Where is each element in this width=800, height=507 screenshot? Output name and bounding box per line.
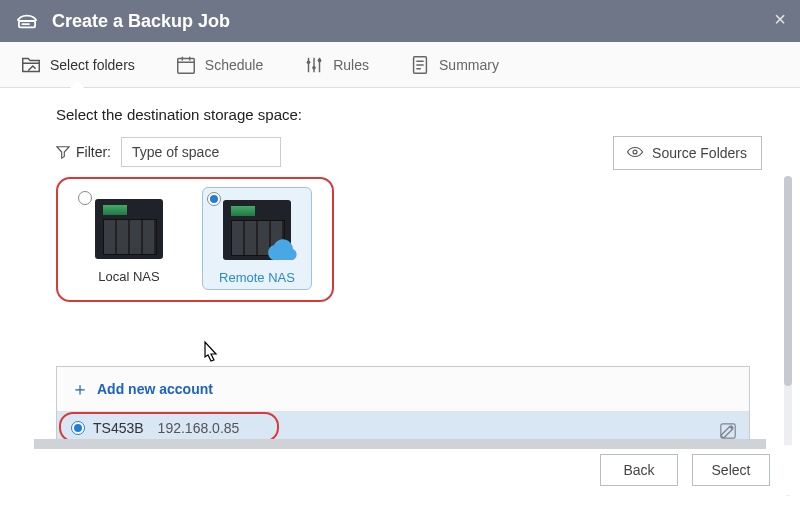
tab-rules[interactable]: Rules <box>297 42 375 87</box>
nas-device-icon <box>95 199 163 259</box>
select-folders-icon <box>20 54 42 76</box>
filter-type-select[interactable]: Type of space <box>121 137 281 167</box>
tab-select-folders[interactable]: Select folders <box>14 42 141 87</box>
section-title: Select the destination storage space: <box>56 106 772 123</box>
tab-label: Rules <box>333 57 369 73</box>
space-option-remote-nas[interactable]: Remote NAS <box>202 187 312 290</box>
back-button[interactable]: Back <box>600 454 678 486</box>
tab-label: Select folders <box>50 57 135 73</box>
svg-rect-1 <box>22 23 30 25</box>
backup-app-icon <box>16 12 38 30</box>
tab-summary[interactable]: Summary <box>403 42 505 87</box>
space-option-local-nas[interactable]: Local NAS <box>74 187 184 290</box>
account-panel: ＋ Add new account TS453B 192.168.0.85 <box>56 366 750 445</box>
tab-label: Summary <box>439 57 499 73</box>
svg-point-5 <box>318 58 322 62</box>
pointer-cursor-icon <box>197 340 221 368</box>
wizard-footer: Back Select <box>0 445 800 495</box>
plus-icon: ＋ <box>71 377 89 401</box>
titlebar: Create a Backup Job × <box>0 0 800 42</box>
close-icon[interactable]: × <box>774 8 786 31</box>
tab-schedule[interactable]: Schedule <box>169 42 269 87</box>
source-folders-button[interactable]: Source Folders <box>613 136 762 170</box>
destination-space-options: Local NAS Remote NAS <box>56 177 334 302</box>
account-name: TS453B <box>93 420 144 436</box>
cloud-icon <box>261 238 301 266</box>
svg-point-4 <box>312 65 316 69</box>
add-new-account-button[interactable]: ＋ Add new account <box>57 367 749 412</box>
filter-label: Filter: <box>56 144 111 160</box>
eye-icon <box>626 143 644 164</box>
space-label: Remote NAS <box>219 270 295 285</box>
radio-checked-icon <box>207 192 221 206</box>
svg-rect-8 <box>721 424 735 438</box>
nas-device-icon <box>223 200 291 260</box>
window-title: Create a Backup Job <box>52 11 230 32</box>
tab-label: Schedule <box>205 57 263 73</box>
space-label: Local NAS <box>98 269 159 284</box>
sliders-icon <box>303 54 325 76</box>
document-icon <box>409 54 431 76</box>
radio-unchecked-icon <box>78 191 92 205</box>
add-account-label: Add new account <box>97 381 213 397</box>
filter-select-value: Type of space <box>132 144 219 160</box>
account-ip: 192.168.0.85 <box>158 420 240 436</box>
radio-checked-icon <box>71 421 85 435</box>
svg-point-7 <box>633 150 637 154</box>
filter-icon <box>56 145 70 159</box>
source-folders-label: Source Folders <box>652 145 747 161</box>
svg-point-3 <box>307 60 311 64</box>
calendar-icon <box>175 54 197 76</box>
main-panel: Select the destination storage space: Fi… <box>0 88 800 507</box>
select-button[interactable]: Select <box>692 454 770 486</box>
svg-rect-2 <box>178 58 195 73</box>
wizard-tabs: Select folders Schedule Rules Summary <box>0 42 800 88</box>
